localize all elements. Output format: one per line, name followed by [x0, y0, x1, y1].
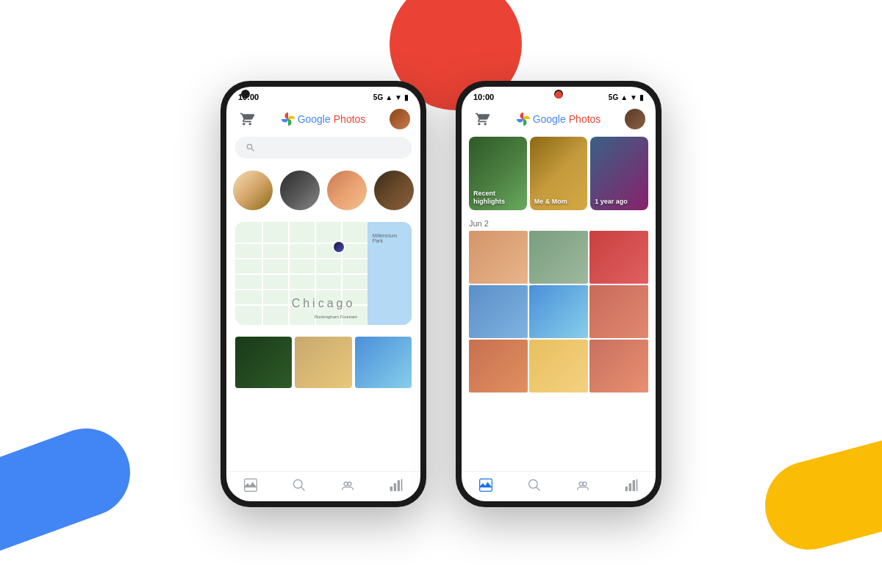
svg-rect-6 — [394, 484, 396, 492]
phone-1-screen: 10:00 5G ▲ ▼ ▮ — [226, 87, 420, 501]
nav-search-1[interactable] — [292, 478, 306, 492]
grid-photo-2[interactable] — [529, 231, 588, 284]
svg-point-10 — [529, 480, 538, 489]
nav-library-1[interactable] — [389, 478, 404, 492]
grid-photo-1[interactable] — [469, 231, 528, 284]
wifi-icon-1: ▼ — [395, 93, 402, 101]
phone-2: 10:00 5G ▲ ▼ ▮ — [456, 81, 662, 507]
grid-photo-5[interactable] — [529, 285, 588, 338]
svg-point-1 — [294, 480, 303, 489]
nav-search-2[interactable] — [527, 478, 542, 492]
phone-2-screen: 10:00 5G ▲ ▼ ▮ — [462, 87, 656, 501]
grid-photo-4[interactable] — [469, 285, 528, 338]
phone-camera-1 — [241, 90, 250, 98]
face-circle-4[interactable] — [374, 171, 414, 210]
avatar-2[interactable] — [625, 109, 645, 129]
photo-grid-bottom — [226, 331, 420, 394]
photo-strawberries[interactable] — [235, 337, 292, 388]
svg-line-11 — [537, 487, 540, 491]
svg-rect-16 — [633, 480, 635, 491]
bottom-nav-1 — [226, 471, 420, 501]
status-icons-2: 5G ▲ ▼ ▮ — [609, 93, 644, 101]
google-photos-logo-2: Google Photos — [517, 112, 601, 126]
highlight-card-recent[interactable]: Recenthighlights — [469, 137, 527, 210]
highlight-label-recent: Recenthighlights — [473, 190, 505, 206]
status-icons-1: 5G ▲ ▼ ▮ — [373, 93, 409, 101]
map-area[interactable]: MillenniumPark Chicago Buckingham Founta… — [235, 222, 412, 325]
svg-point-12 — [579, 482, 583, 486]
grid-photo-9[interactable] — [589, 340, 648, 392]
highlight-card-year[interactable]: 1 year ago — [590, 137, 648, 210]
status-dot-2 — [555, 91, 562, 98]
svg-rect-15 — [629, 484, 631, 492]
shop-icon-1[interactable] — [237, 109, 257, 129]
highlight-label-year: 1 year ago — [595, 198, 628, 206]
svg-point-4 — [348, 482, 351, 486]
grid-photo-7[interactable] — [469, 340, 528, 392]
search-icon-1 — [245, 143, 256, 153]
battery-icon-1: ▮ — [404, 93, 409, 101]
signal-icon-2: ▲ — [620, 93, 628, 101]
nav-sharing-2[interactable] — [576, 478, 590, 492]
bottom-nav-2 — [462, 471, 656, 501]
photo-mountain[interactable] — [355, 337, 412, 388]
nav-photos-1[interactable] — [243, 478, 258, 492]
google-photos-logo-1: Google Photos — [282, 112, 366, 126]
svg-line-2 — [301, 487, 305, 491]
app-header-2: Google Photos — [462, 104, 656, 134]
network-2: 5G — [609, 93, 618, 101]
network-1: 5G — [373, 93, 383, 101]
search-bar-1[interactable] — [235, 137, 412, 159]
nav-library-2[interactable] — [624, 478, 639, 492]
face-circle-1[interactable] — [233, 171, 273, 210]
pinwheel-icon-1 — [282, 112, 295, 126]
logo-text-1: Google — [298, 113, 331, 125]
svg-point-13 — [583, 482, 587, 486]
nav-photos-2[interactable] — [478, 478, 493, 492]
phone-1: 10:00 5G ▲ ▼ ▮ — [220, 81, 426, 507]
avatar-1[interactable] — [390, 109, 410, 129]
svg-rect-7 — [398, 480, 400, 491]
grid-photo-6[interactable] — [589, 285, 648, 338]
face-circles-1 — [226, 165, 420, 216]
phones-container: 10:00 5G ▲ ▼ ▮ — [0, 0, 882, 588]
map-city-label: Chicago — [292, 297, 356, 310]
map-landmark: MillenniumPark — [373, 233, 397, 243]
time-2: 10:00 — [473, 93, 494, 101]
map-landmark-2: Buckingham Fountain — [315, 315, 357, 319]
nav-sharing-1[interactable] — [340, 478, 355, 492]
date-label: Jun 2 — [462, 216, 656, 231]
svg-rect-14 — [625, 487, 628, 492]
shop-icon-2[interactable] — [472, 109, 492, 129]
battery-icon-2: ▮ — [639, 93, 644, 101]
wifi-icon-2: ▼ — [630, 93, 637, 101]
photo-dog[interactable] — [295, 337, 351, 388]
grid-photo-3[interactable] — [589, 231, 648, 284]
pinwheel-icon-2 — [517, 112, 530, 126]
map-grid: MillenniumPark Chicago Buckingham Founta… — [235, 222, 412, 325]
face-circle-3[interactable] — [327, 171, 367, 210]
photo-grid-main — [462, 231, 656, 392]
status-bar-1: 10:00 5G ▲ ▼ ▮ — [226, 87, 420, 104]
svg-rect-8 — [401, 479, 403, 492]
svg-rect-5 — [390, 487, 392, 492]
app-header-1: Google Photos — [226, 104, 420, 134]
logo-text-google-2: Google — [533, 113, 566, 125]
highlights-row: Recenthighlights Me & Mom 1 year ago — [462, 134, 656, 216]
svg-rect-17 — [637, 479, 638, 492]
highlight-card-mom[interactable]: Me & Mom — [530, 137, 588, 210]
svg-point-3 — [344, 482, 348, 486]
highlight-label-mom: Me & Mom — [534, 198, 567, 206]
grid-photo-8[interactable] — [529, 340, 588, 392]
signal-icon-1: ▲ — [385, 93, 392, 101]
face-circle-2[interactable] — [280, 171, 320, 210]
